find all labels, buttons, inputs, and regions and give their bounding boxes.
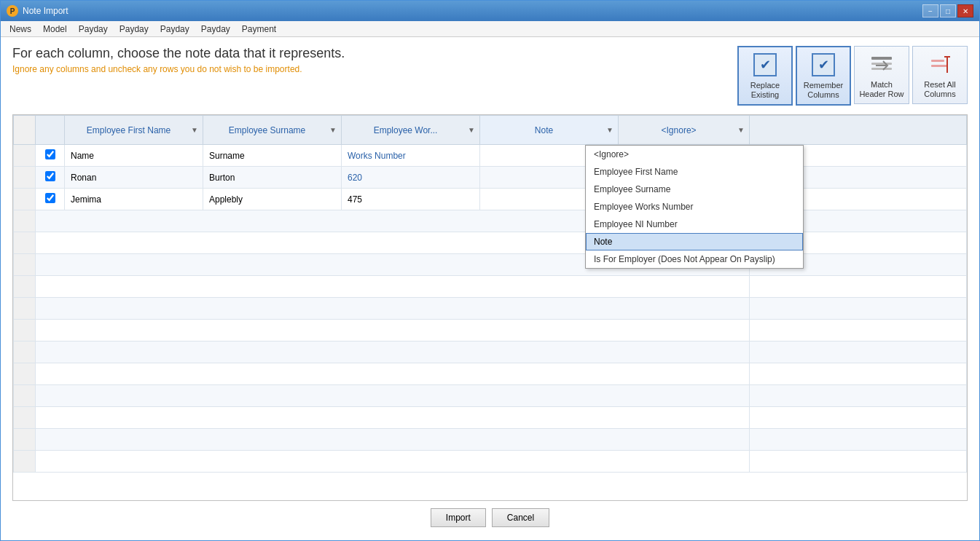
row-first-name-1: Name [65, 145, 203, 167]
replace-existing-icon: ✔ [752, 52, 778, 78]
col-scrollbar-header [750, 116, 967, 145]
menu-payday-4[interactable]: Payday [195, 23, 236, 36]
col-first-name-label: Employee First Name [69, 125, 188, 135]
import-button[interactable]: Import [431, 508, 486, 527]
menu-model[interactable]: Model [37, 23, 73, 36]
table-row [14, 320, 967, 341]
svg-rect-1 [871, 63, 892, 65]
row-works-2: 620 [342, 167, 480, 189]
row-empty-3 [14, 189, 36, 210]
reset-all-columns-label: Reset AllColumns [924, 80, 955, 99]
dropdown-item-employer[interactable]: Is For Employer (Does Not Appear On Pays… [586, 250, 803, 268]
col-ignore-label: <Ignore> [623, 125, 734, 135]
window-title: Note Import [23, 6, 68, 16]
match-header-row-button[interactable]: MatchHeader Row [854, 46, 909, 104]
check-mark-icon: ✔ [753, 53, 777, 76]
row-surname-3: Applebly [203, 189, 342, 210]
grid-container: Employee First Name ▼ Employee Surname ▼ [12, 114, 968, 501]
col-first-name-header[interactable]: Employee First Name ▼ [65, 116, 203, 145]
table-row [14, 232, 967, 254]
table-row [14, 298, 967, 320]
row-works-1: Works Number [342, 145, 480, 167]
column-dropdown[interactable]: <Ignore> Employee First Name Employee Su… [585, 145, 804, 269]
match-header-label: MatchHeader Row [859, 80, 903, 99]
row-works-3: 475 [342, 189, 480, 210]
row-empty-2 [14, 167, 36, 189]
remember-columns-label: RememberColumns [804, 81, 843, 100]
header-text: For each column, choose the note data th… [12, 46, 737, 74]
minimize-button[interactable]: − [922, 4, 938, 17]
col-works-number-header[interactable]: Employee Wor... ▼ [342, 116, 480, 145]
dropdown-item-note[interactable]: Note [586, 233, 803, 250]
header-row: Employee First Name ▼ Employee Surname ▼ [14, 116, 967, 145]
check-mark-icon-2: ✔ [812, 53, 835, 76]
menu-bar: News Model Payday Payday Payday Payday P… [1, 21, 979, 37]
table-row: Ronan Burton 620 [14, 167, 967, 189]
header-title: For each column, choose the note data th… [12, 46, 737, 61]
col-first-name-chevron: ▼ [191, 126, 198, 134]
table-row: Jemima Applebly 475 [14, 189, 967, 210]
col-checkbox-header [36, 116, 65, 145]
row-checkbox-1[interactable] [45, 149, 55, 159]
main-window: P Note Import − □ ✕ News Model Payday Pa… [0, 0, 980, 541]
table-row [14, 363, 967, 385]
row-surname-1: Surname [203, 145, 342, 167]
header-subtitle: Ignore any columns and uncheck any rows … [12, 64, 737, 74]
row-check-cell-1[interactable] [36, 145, 65, 167]
dropdown-item-first-name[interactable]: Employee First Name [586, 163, 803, 181]
content-area: For each column, choose the note data th… [1, 37, 979, 540]
table-row: Name Surname Works Number [14, 145, 967, 167]
reset-columns-icon [927, 51, 953, 77]
row-surname-2: Burton [203, 167, 342, 189]
footer: Import Cancel [12, 501, 968, 534]
table-row [14, 407, 967, 429]
svg-rect-5 [931, 65, 947, 67]
col-ignore-header[interactable]: <Ignore> ▼ [619, 116, 750, 145]
svg-rect-0 [871, 57, 892, 60]
header-section: For each column, choose the note data th… [12, 46, 968, 106]
dropdown-item-ignore[interactable]: <Ignore> [586, 146, 803, 163]
row-check-cell-3[interactable] [36, 189, 65, 210]
row-first-name-2: Ronan [65, 167, 203, 189]
menu-payday-1[interactable]: Payday [73, 23, 114, 36]
dropdown-item-surname[interactable]: Employee Surname [586, 181, 803, 198]
cancel-button[interactable]: Cancel [492, 508, 549, 527]
toolbar: ✔ ReplaceExisting ✔ RememberColumns [737, 46, 968, 106]
col-note-header[interactable]: Note ▼ [480, 116, 619, 145]
col-note-label: Note [485, 125, 603, 135]
dropdown-item-works-number[interactable]: Employee Works Number [586, 198, 803, 216]
row-check-cell-2[interactable] [36, 167, 65, 189]
reset-all-columns-button[interactable]: Reset AllColumns [912, 46, 968, 104]
table-row [14, 254, 967, 276]
remember-columns-button[interactable]: ✔ RememberColumns [796, 46, 851, 106]
col-surname-chevron: ▼ [329, 126, 337, 134]
col-note-chevron: ▼ [606, 126, 614, 134]
remember-columns-icon: ✔ [810, 52, 836, 78]
title-bar: P Note Import − □ ✕ [1, 1, 979, 21]
table-row [14, 341, 967, 363]
menu-payment[interactable]: Payment [236, 23, 282, 36]
col-empty-header [14, 116, 36, 145]
row-checkbox-2[interactable] [45, 171, 55, 181]
table-row [14, 210, 967, 232]
col-works-number-label: Employee Wor... [346, 125, 465, 135]
title-bar-left: P Note Import [7, 5, 68, 17]
restore-button[interactable]: □ [940, 4, 956, 17]
col-surname-header[interactable]: Employee Surname ▼ [203, 116, 342, 145]
replace-existing-button[interactable]: ✔ ReplaceExisting [737, 46, 793, 106]
table-row [14, 429, 967, 451]
app-icon: P [7, 5, 18, 17]
table-row [14, 385, 967, 407]
dropdown-item-ni-number[interactable]: Employee NI Number [586, 216, 803, 233]
close-button[interactable]: ✕ [957, 4, 973, 17]
menu-payday-2[interactable]: Payday [114, 23, 154, 36]
menu-payday-3[interactable]: Payday [154, 23, 195, 36]
data-grid: Employee First Name ▼ Employee Surname ▼ [13, 115, 967, 473]
row-empty-1 [14, 145, 36, 167]
replace-existing-label: ReplaceExisting [750, 81, 780, 100]
row-checkbox-3[interactable] [45, 193, 55, 203]
table-row [14, 276, 967, 298]
menu-news[interactable]: News [4, 23, 37, 36]
col-ignore-chevron: ▼ [737, 126, 745, 134]
svg-rect-4 [931, 60, 944, 62]
